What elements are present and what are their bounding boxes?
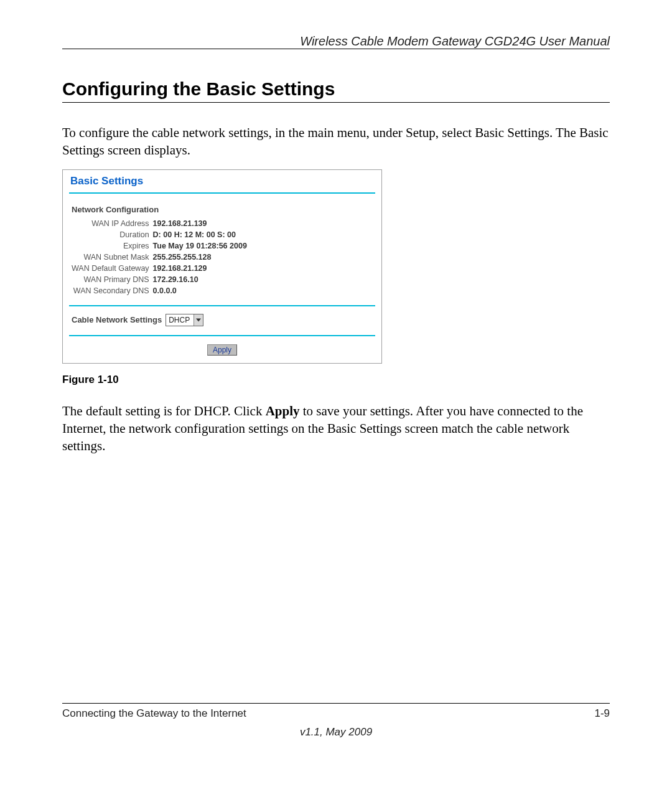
row-value: Tue May 19 01:28:56 2009	[153, 240, 251, 252]
row-value: 172.29.16.10	[153, 274, 251, 285]
cable-network-settings-select[interactable]: DHCP	[166, 314, 203, 326]
figure-caption: Figure 1-10	[62, 374, 610, 386]
footer-version: v1.1, May 2009	[62, 726, 610, 739]
table-row: WAN Default Gateway 192.168.21.129	[72, 263, 251, 274]
header-rule	[62, 49, 610, 49]
table-row: WAN Subnet Mask 255.255.255.128	[72, 252, 251, 263]
row-label: WAN Default Gateway	[72, 263, 153, 274]
row-label: WAN IP Address	[72, 218, 153, 229]
panel-rule-top	[69, 192, 375, 194]
running-header: Wireless Cable Modem Gateway CGD24G User…	[300, 34, 610, 49]
figure: Basic Settings Network Configuration WAN…	[62, 169, 610, 386]
network-configuration-table: WAN IP Address 192.168.21.139 Duration D…	[72, 218, 251, 296]
panel-title: Basic Settings	[70, 175, 375, 187]
chevron-down-icon	[194, 314, 203, 326]
row-label: Expires	[72, 240, 153, 252]
row-label: WAN Secondary DNS	[72, 285, 153, 296]
select-value: DHCP	[169, 316, 190, 324]
footer-rule	[62, 703, 610, 704]
table-row: WAN Primary DNS 172.29.16.10	[72, 274, 251, 285]
footer-right-page-number: 1-9	[594, 707, 610, 720]
panel-rule-bottom	[69, 335, 375, 336]
svg-marker-0	[196, 318, 201, 321]
table-row: WAN IP Address 192.168.21.139	[72, 218, 251, 229]
row-label: WAN Primary DNS	[72, 274, 153, 285]
row-label: WAN Subnet Mask	[72, 252, 153, 263]
section-title-rule	[62, 102, 610, 103]
row-value: 192.168.21.129	[153, 263, 251, 274]
table-row: Duration D: 00 H: 12 M: 00 S: 00	[72, 229, 251, 240]
panel-rule-mid	[69, 305, 375, 306]
footer-left: Connecting the Gateway to the Internet	[62, 707, 246, 720]
apply-bold-word: Apply	[266, 404, 300, 418]
cable-network-settings-row: Cable Network Settings DHCP	[72, 314, 375, 326]
section-title: Configuring the Basic Settings	[62, 78, 610, 100]
cable-network-settings-label: Cable Network Settings	[72, 315, 162, 324]
after-figure-paragraph: The default setting is for DHCP. Click A…	[62, 402, 610, 455]
row-label: Duration	[72, 229, 153, 240]
apply-button[interactable]: Apply	[207, 344, 237, 356]
table-row: Expires Tue May 19 01:28:56 2009	[72, 240, 251, 252]
row-value: 255.255.255.128	[153, 252, 251, 263]
table-row: WAN Secondary DNS 0.0.0.0	[72, 285, 251, 296]
row-value: 192.168.21.139	[153, 218, 251, 229]
network-configuration-title: Network Configuration	[72, 205, 375, 214]
intro-paragraph: To configure the cable network settings,…	[62, 124, 610, 159]
page-footer: Connecting the Gateway to the Internet 1…	[62, 703, 610, 739]
basic-settings-screenshot: Basic Settings Network Configuration WAN…	[62, 169, 382, 364]
text-span: The default setting is for DHCP. Click	[62, 404, 266, 418]
row-value: 0.0.0.0	[153, 285, 251, 296]
row-value: D: 00 H: 12 M: 00 S: 00	[153, 229, 251, 240]
